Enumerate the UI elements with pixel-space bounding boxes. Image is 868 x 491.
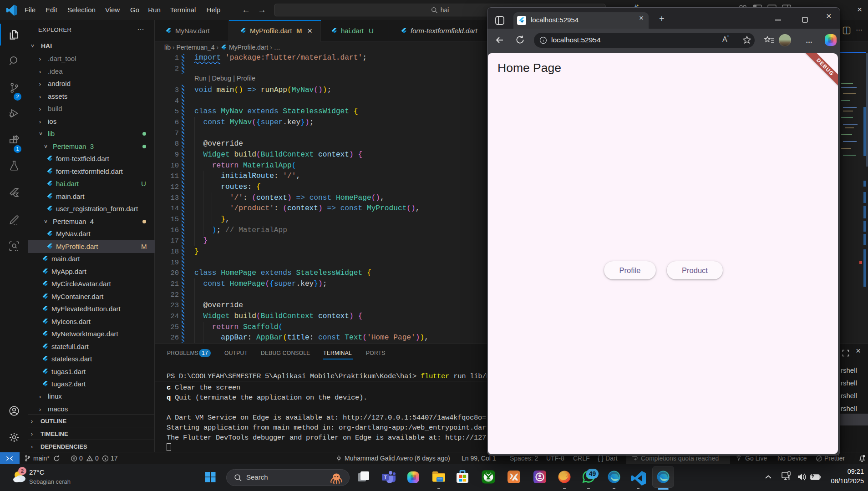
svg-text:T: T (384, 475, 387, 480)
